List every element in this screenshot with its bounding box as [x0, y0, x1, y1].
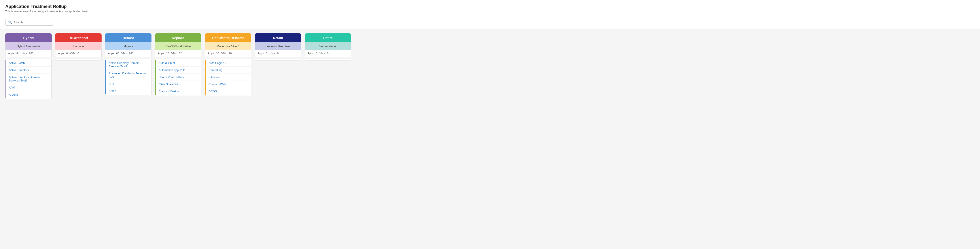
- column-divider-hybrid: [5, 57, 52, 57]
- vms-label-rehost: VMs : 266: [121, 52, 134, 55]
- vms-label-hybrid: VMs : 673: [22, 52, 33, 55]
- column-subheader-retire: Decommission: [305, 42, 351, 50]
- apps-label-rehost: Apps : 66: [108, 52, 119, 55]
- column-hybrid: HybridHybrid TreatmentsApps : 64 VMs : 6…: [5, 33, 52, 99]
- list-item[interactable]: CommonWeb: [205, 81, 251, 88]
- column-subheader-replatform: Modernise / PaaS: [205, 42, 251, 50]
- list-item[interactable]: Advanced Database Security ADS: [105, 70, 151, 80]
- column-items-retain: [255, 59, 301, 61]
- list-item[interactable]: Active Directory Domain Services Test2: [105, 60, 151, 70]
- search-input[interactable]: [14, 21, 51, 24]
- column-header-retain: Retain: [255, 33, 301, 42]
- list-item[interactable]: Active Directory Domain Services Test1: [6, 74, 51, 84]
- vms-label-replace: VMs : 32: [171, 52, 182, 55]
- column-replatform: Replatform/RefactorModernise / PaaSApps …: [205, 33, 251, 99]
- column-divider-replatform: [205, 57, 251, 57]
- column-subheader-hybrid: Hybrid Treatments: [5, 42, 52, 50]
- column-divider-retain: [255, 57, 301, 57]
- list-item[interactable]: Crestron Fusion: [155, 88, 201, 95]
- list-item[interactable]: Active Directory: [6, 67, 51, 74]
- column-subheader-replace: SaaS/ Cloud Native: [155, 42, 201, 50]
- column-stats-retire: Apps : 0 VMs : 0: [305, 50, 351, 57]
- column-header-replace: Replace: [155, 33, 201, 42]
- columns-wrapper: HybridHybrid TreatmentsApps : 64 VMs : 6…: [5, 33, 975, 99]
- apps-label-replatform: Apps : 16: [208, 52, 219, 55]
- list-item[interactable]: Auto dis Test: [155, 60, 201, 67]
- page-title: Application Treatment Rollup: [5, 4, 975, 9]
- column-subheader-rearchitect: Innovate: [55, 42, 102, 50]
- column-stats-rearchitect: Apps : 0 VMs : 0: [55, 50, 102, 57]
- column-stats-rehost: Apps : 66 VMs : 266: [105, 50, 151, 57]
- column-replace: ReplaceSaaS/ Cloud NativeApps : 16 VMs :…: [155, 33, 201, 99]
- column-items-replace: Auto dis TestAutomation app 1111Canon Pr…: [155, 59, 201, 96]
- column-rearchitect: Re-ArchitectInnovateApps : 0 VMs : 0: [55, 33, 102, 99]
- column-retire: RetireDecommissionApps : 0 VMs : 0: [305, 33, 351, 99]
- vms-label-retain: VMs : 0: [270, 52, 279, 55]
- apps-label-retain: Apps : 0: [258, 52, 267, 55]
- list-item[interactable]: GCDS: [205, 88, 251, 95]
- column-header-rehost: Rehost: [105, 33, 151, 42]
- column-rehost: RehostMigrateApps : 66 VMs : 266Active D…: [105, 33, 151, 99]
- column-divider-replace: [155, 57, 201, 57]
- main-content: HybridHybrid TreatmentsApps : 64 VMs : 6…: [0, 29, 980, 103]
- list-item[interactable]: CentralLog: [205, 67, 251, 74]
- column-subheader-retain: Leave on Premises: [255, 42, 301, 50]
- search-icon: 🔍: [8, 21, 12, 24]
- column-items-retire: [305, 59, 351, 61]
- column-items-rehost: Active Directory Domain Services Test2Ad…: [105, 59, 151, 95]
- apps-label-replace: Apps : 16: [158, 52, 169, 55]
- column-items-hybrid: Active BatchActive DirectoryActive Direc…: [5, 59, 52, 99]
- search-bar: 🔍: [0, 16, 980, 29]
- vms-label-rearchitect: VMs : 0: [70, 52, 79, 55]
- search-container: 🔍: [5, 19, 54, 25]
- apps-label-rearchitect: Apps : 0: [58, 52, 68, 55]
- column-items-replatform: Auto Engine 3CentralLogCitrixTestCommonW…: [205, 59, 251, 96]
- column-retain: RetainLeave on PremisesApps : 0 VMs : 0: [255, 33, 301, 99]
- column-header-hybrid: Hybrid: [5, 33, 52, 42]
- column-items-rearchitect: [55, 59, 102, 61]
- page-subtitle: This is an overview of your assigned tre…: [5, 10, 975, 13]
- column-stats-hybrid: Apps : 64 VMs : 673: [5, 50, 52, 57]
- list-item[interactable]: Canon Print Utilities: [155, 74, 201, 81]
- column-header-retire: Retire: [305, 33, 351, 42]
- column-divider-rehost: [105, 57, 151, 57]
- list-item[interactable]: Automation app 1111: [155, 67, 201, 74]
- list-item[interactable]: ArcGIS: [6, 91, 51, 98]
- list-item[interactable]: Auto Engine 3: [205, 60, 251, 67]
- list-item[interactable]: Citrix ShareFile: [155, 81, 201, 88]
- column-header-rearchitect: Re-Architect: [55, 33, 102, 42]
- column-subheader-rehost: Migrate: [105, 42, 151, 50]
- list-item[interactable]: APM: [6, 84, 51, 91]
- column-stats-retain: Apps : 0 VMs : 0: [255, 50, 301, 57]
- vms-label-retire: VMs : 0: [320, 52, 329, 55]
- column-stats-replace: Apps : 16 VMs : 32: [155, 50, 201, 57]
- page-header: Application Treatment Rollup This is an …: [0, 0, 980, 16]
- apps-label-retire: Apps : 0: [308, 52, 317, 55]
- column-divider-retire: [305, 57, 351, 57]
- vms-label-replatform: VMs : 20: [221, 52, 232, 55]
- column-stats-replatform: Apps : 16 VMs : 20: [205, 50, 251, 57]
- list-item[interactable]: Active Batch: [6, 60, 51, 67]
- apps-label-hybrid: Apps : 64: [8, 52, 19, 55]
- column-divider-rearchitect: [55, 57, 102, 57]
- column-header-replatform: Replatform/Refactor: [205, 33, 251, 42]
- list-item[interactable]: CitrixTest: [205, 74, 251, 81]
- list-item[interactable]: Arcon: [105, 87, 151, 94]
- list-item[interactable]: APT: [105, 80, 151, 87]
